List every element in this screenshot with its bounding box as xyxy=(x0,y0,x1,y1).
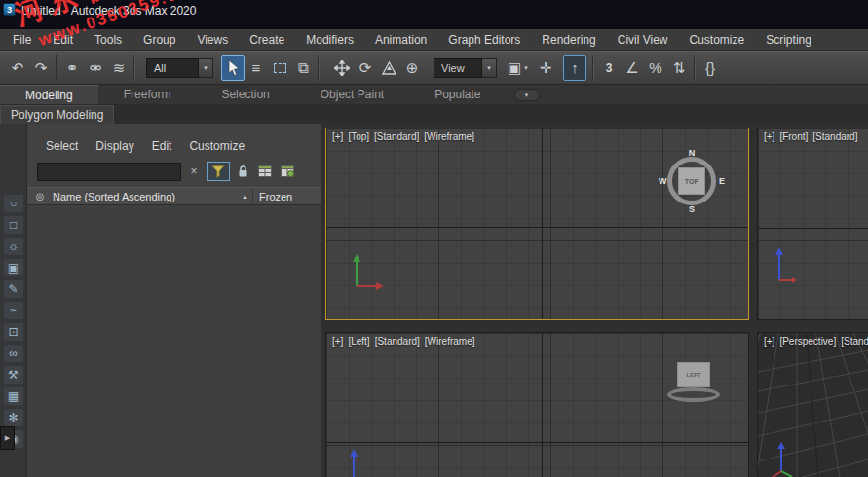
viewcube-top-face[interactable]: TOP xyxy=(678,167,705,195)
select-and-scale-button[interactable] xyxy=(377,55,400,81)
selection-filter-dropdown[interactable]: All xyxy=(146,58,199,78)
viewport-pov-menu[interactable]: [Left] xyxy=(348,336,369,347)
select-and-manipulate-button[interactable]: ✛ xyxy=(534,55,557,81)
window-crossing-button[interactable]: ⧉ xyxy=(291,55,315,81)
viewport-pov-menu[interactable]: [Top] xyxy=(348,131,369,142)
menu-file[interactable]: File xyxy=(2,30,42,50)
viewport-general-menu[interactable]: [+] xyxy=(332,336,343,347)
rectangular-selection-region-button[interactable] xyxy=(268,55,291,81)
menu-civil-view[interactable]: Civil View xyxy=(607,30,679,50)
column-header-name[interactable]: Name (Sorted Ascending) ▲ xyxy=(53,188,253,204)
configure-columns-icon[interactable] xyxy=(255,162,275,181)
bind-to-space-warp-button[interactable]: ≋ xyxy=(107,55,131,81)
viewport-splitter-vertical[interactable] xyxy=(749,124,757,477)
display-lights-icon[interactable]: ☼ xyxy=(3,237,24,256)
viewport-shading-menu[interactable]: [Wireframe] xyxy=(425,336,475,347)
display-space-warps-icon[interactable]: ≈ xyxy=(3,301,24,320)
explorer-item-list[interactable] xyxy=(27,205,321,477)
select-object-button[interactable] xyxy=(221,55,245,81)
viewport-standard-menu[interactable]: [Standard] xyxy=(841,336,868,347)
viewport-standard-menu[interactable]: [Standard] xyxy=(375,336,420,347)
edit-columns-icon[interactable] xyxy=(278,162,297,181)
viewport-perspective[interactable]: [+] [Perspective] [Standard] xyxy=(757,332,868,477)
viewport-general-menu[interactable]: [+] xyxy=(332,131,343,142)
app-icon[interactable]: 3 xyxy=(3,3,16,16)
ribbon-overflow-button[interactable]: ▼ xyxy=(514,89,540,101)
filter-funnel-icon[interactable] xyxy=(207,162,230,181)
use-pivot-point-button[interactable]: ▣ ▼ xyxy=(503,55,534,81)
undo-button[interactable]: ↶ xyxy=(6,55,29,81)
menu-tools[interactable]: Tools xyxy=(84,30,132,50)
unlink-selection-button[interactable]: ⚮ xyxy=(84,55,107,81)
tab-populate[interactable]: Populate xyxy=(409,85,506,104)
explorer-menu-select[interactable]: Select xyxy=(37,137,87,155)
viewport-general-menu[interactable]: [+] xyxy=(764,131,774,142)
selection-filter-arrow[interactable]: ▼ xyxy=(199,58,213,78)
menu-modifiers[interactable]: Modifiers xyxy=(295,30,364,50)
viewcube[interactable]: LEFT xyxy=(667,356,720,407)
display-frozen-icon[interactable]: ✻ xyxy=(3,408,24,427)
viewport-splitter-horizontal[interactable] xyxy=(321,320,868,332)
select-and-link-button[interactable]: ⚭ xyxy=(60,55,84,81)
compass-south-label[interactable]: S xyxy=(689,204,695,214)
viewport-top[interactable]: [+] [Top] [Standard] [Wireframe] TOP N W… xyxy=(325,128,749,320)
menu-group[interactable]: Group xyxy=(132,30,186,50)
keyboard-shortcut-override-button[interactable]: ↑ xyxy=(563,55,586,81)
display-bones-icon[interactable]: ⚒ xyxy=(3,365,24,385)
menu-create[interactable]: Create xyxy=(239,30,295,50)
tab-freeform[interactable]: Freeform xyxy=(98,85,197,104)
select-and-move-button[interactable] xyxy=(330,55,354,81)
viewport-pov-menu[interactable]: [Perspective] xyxy=(779,336,836,347)
reference-coordinate-arrow[interactable]: ▼ xyxy=(482,58,497,78)
viewport-shading-menu[interactable]: [Wireframe] xyxy=(424,131,474,142)
tab-selection[interactable]: Selection xyxy=(196,85,294,104)
panel-expand-button[interactable]: ▶ xyxy=(0,426,15,450)
select-by-name-button[interactable]: ≡ xyxy=(245,55,268,81)
menu-customize[interactable]: Customize xyxy=(679,30,756,50)
explorer-search-input[interactable] xyxy=(37,163,181,181)
lock-cell-editing-icon[interactable] xyxy=(233,162,252,181)
viewport-front[interactable]: [+] [Front] [Standard] xyxy=(757,128,868,320)
explorer-menu-display[interactable]: Display xyxy=(87,137,142,155)
viewport-left[interactable]: [+] [Left] [Standard] [Wireframe] LEFT xyxy=(325,332,749,477)
display-groups-icon[interactable]: ⊡ xyxy=(3,322,24,342)
display-shapes-icon[interactable]: □ xyxy=(3,215,24,235)
viewcube-left-face[interactable]: LEFT xyxy=(677,362,710,387)
menu-animation[interactable]: Animation xyxy=(364,30,437,50)
menu-graph-editors[interactable]: Graph Editors xyxy=(437,30,531,50)
select-and-rotate-button[interactable]: ⟳ xyxy=(354,55,377,81)
angle-snap-button[interactable]: ∠ xyxy=(621,55,644,81)
explorer-menu-customize[interactable]: Customize xyxy=(180,137,253,155)
column-header-frozen[interactable]: Frozen xyxy=(253,191,321,202)
polygon-modeling-panel-tab[interactable]: Polygon Modeling xyxy=(0,105,114,124)
spinner-snap-button[interactable]: ⇅ xyxy=(667,55,691,81)
display-xrefs-icon[interactable]: ∞ xyxy=(3,344,24,363)
viewport-general-menu[interactable]: [+] xyxy=(764,336,774,347)
named-selection-sets-button[interactable]: {} xyxy=(698,55,722,81)
tab-modeling[interactable]: Modeling xyxy=(0,85,98,104)
display-geometry-icon[interactable]: ○ xyxy=(3,194,24,213)
viewcube-compass-ring[interactable] xyxy=(667,387,720,402)
viewport-standard-menu[interactable]: [Standard] xyxy=(374,131,419,142)
reference-coordinate-dropdown[interactable]: View xyxy=(434,58,482,78)
compass-west-label[interactable]: W xyxy=(659,176,667,186)
explorer-menu-edit[interactable]: Edit xyxy=(143,137,181,155)
header-display-icon[interactable]: ◎ xyxy=(27,191,53,202)
snaps-toggle-button[interactable]: 3 xyxy=(597,55,621,81)
percent-snap-button[interactable]: % xyxy=(644,55,667,81)
redo-button[interactable]: ↷ xyxy=(29,55,53,81)
menu-views[interactable]: Views xyxy=(186,30,239,50)
menu-scripting[interactable]: Scripting xyxy=(755,30,822,50)
display-cameras-icon[interactable]: ▣ xyxy=(3,258,24,277)
clear-search-icon[interactable]: × xyxy=(184,162,204,181)
compass-east-label[interactable]: E xyxy=(719,176,725,186)
menu-rendering[interactable]: Rendering xyxy=(531,30,606,50)
tab-object-paint[interactable]: Object Paint xyxy=(295,85,409,104)
select-and-place-button[interactable]: ⊕ xyxy=(400,55,424,81)
viewport-pov-menu[interactable]: [Front] xyxy=(779,131,808,142)
menu-edit[interactable]: Edit xyxy=(42,30,84,50)
viewcube[interactable]: TOP N W E S xyxy=(660,150,723,212)
display-containers-icon[interactable]: ▦ xyxy=(3,386,24,406)
viewport-standard-menu[interactable]: [Standard] xyxy=(812,131,857,142)
display-helpers-icon[interactable]: ✎ xyxy=(3,279,24,299)
